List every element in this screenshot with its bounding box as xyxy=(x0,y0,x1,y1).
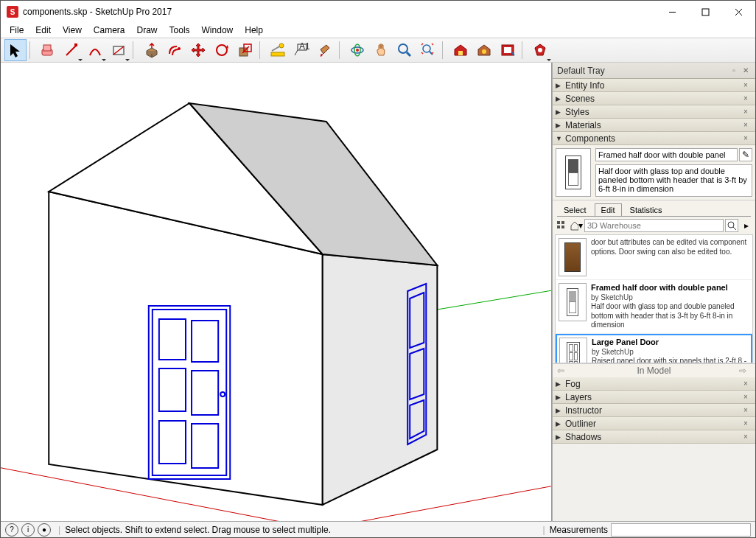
svg-rect-54 xyxy=(557,226,560,228)
line-tool[interactable] xyxy=(60,39,83,61)
menu-file[interactable]: File xyxy=(4,24,29,37)
svg-point-31 xyxy=(538,48,542,52)
zoom-tool[interactable] xyxy=(393,39,416,61)
menu-tools[interactable]: Tools xyxy=(164,24,196,37)
svg-rect-55 xyxy=(561,226,564,228)
paint-tool[interactable] xyxy=(314,39,336,61)
extension-tool[interactable] xyxy=(529,39,551,61)
svg-point-22 xyxy=(356,49,359,52)
svg-point-15 xyxy=(279,43,284,48)
info-icon[interactable]: i xyxy=(21,523,35,537)
pushpull-tool[interactable] xyxy=(140,39,162,61)
statusbar: ? i ● | Select objects. Shift to extend … xyxy=(1,521,755,537)
svg-rect-16 xyxy=(271,52,284,56)
svg-rect-27 xyxy=(458,51,463,55)
panel-materials[interactable]: ▶Materials× xyxy=(553,119,755,132)
edit-name-icon[interactable]: ✎ xyxy=(739,148,752,161)
separator xyxy=(259,41,264,59)
svg-point-23 xyxy=(399,44,407,53)
maximize-button[interactable] xyxy=(689,1,722,23)
toolbar: A1 xyxy=(1,38,755,63)
component-list[interactable]: door but attributes can be edited via co… xyxy=(555,234,753,363)
component-desc-field[interactable]: Half door with glass top and double pane… xyxy=(595,164,752,197)
search-button[interactable] xyxy=(725,219,738,232)
text-tool[interactable]: A1 xyxy=(290,39,312,61)
list-item[interactable]: door but attributes can be edited via co… xyxy=(556,235,752,280)
search-next-icon[interactable]: ▸ xyxy=(740,219,753,232)
svg-point-10 xyxy=(178,47,181,50)
component-thumbnail xyxy=(556,148,591,197)
svg-rect-53 xyxy=(561,221,564,224)
titlebar: S components.skp - SketchUp Pro 2017 xyxy=(1,1,755,23)
rectangle-tool[interactable] xyxy=(108,39,130,61)
warehouse-tool[interactable] xyxy=(449,39,472,61)
svg-point-11 xyxy=(217,45,227,55)
tray: Default Tray ▫ ✕ ▶Entity Info× ▶Scenes× … xyxy=(552,63,755,521)
rotate-tool[interactable] xyxy=(211,39,233,61)
measurements-field[interactable] xyxy=(611,523,751,537)
tab-select[interactable]: Select xyxy=(557,203,593,216)
menu-window[interactable]: Window xyxy=(196,24,239,37)
svg-line-19 xyxy=(295,50,298,55)
measurements-label: Measurements xyxy=(550,525,608,535)
status-hint: Select objects. Shift to extend select. … xyxy=(65,525,538,535)
panel-entity-info[interactable]: ▶Entity Info× xyxy=(553,79,755,92)
help-icon[interactable]: ? xyxy=(5,523,18,537)
close-button[interactable] xyxy=(722,1,755,23)
viewport[interactable] xyxy=(1,63,552,521)
svg-point-56 xyxy=(728,222,734,228)
eraser-tool[interactable] xyxy=(37,39,59,61)
pan-tool[interactable] xyxy=(370,39,392,61)
minimize-button[interactable] xyxy=(656,1,689,23)
menu-view[interactable]: View xyxy=(57,24,88,37)
svg-rect-7 xyxy=(74,43,77,46)
tab-statistics[interactable]: Statistics xyxy=(623,203,669,216)
pin-icon[interactable]: ▫ xyxy=(729,66,739,76)
menu-help[interactable]: Help xyxy=(239,24,269,37)
panel-styles[interactable]: ▶Styles× xyxy=(553,105,755,119)
separator xyxy=(133,41,137,59)
home-icon[interactable]: ▾ xyxy=(570,219,583,232)
panel-components[interactable]: ▼Components× xyxy=(553,132,755,145)
list-item[interactable]: Framed half door with double panel by Sk… xyxy=(556,280,752,334)
nav-label: In Model xyxy=(569,366,739,376)
panel-shadows[interactable]: ▶Shadows× xyxy=(553,430,755,444)
tab-edit[interactable]: Edit xyxy=(595,203,622,217)
panel-instructor[interactable]: ▶Instructor× xyxy=(553,404,755,417)
svg-rect-1 xyxy=(702,9,709,15)
panel-fog[interactable]: ▶Fog× xyxy=(553,377,755,391)
menu-draw[interactable]: Draw xyxy=(131,24,164,37)
tray-title-label: Default Tray xyxy=(557,66,605,76)
component-tabs: Select Edit Statistics xyxy=(553,200,755,216)
window-title: components.skp - SketchUp Pro 2017 xyxy=(23,7,656,17)
separator xyxy=(442,41,447,59)
view-mode-icon[interactable] xyxy=(555,219,568,232)
tape-tool[interactable] xyxy=(267,39,289,61)
extension-warehouse-tool[interactable] xyxy=(473,39,495,61)
svg-line-9 xyxy=(113,46,124,55)
select-tool[interactable] xyxy=(4,39,27,61)
panel-outliner[interactable]: ▶Outliner× xyxy=(553,417,755,430)
arc-tool[interactable] xyxy=(84,39,106,61)
scale-tool[interactable] xyxy=(234,39,256,61)
panel-layers[interactable]: ▶Layers× xyxy=(553,391,755,404)
search-input[interactable] xyxy=(584,219,724,232)
move-tool[interactable] xyxy=(187,39,209,61)
tray-close-icon[interactable]: ✕ xyxy=(741,66,751,76)
menu-edit[interactable]: Edit xyxy=(29,24,57,37)
layout-tool[interactable] xyxy=(497,39,519,61)
panel-scenes[interactable]: ▶Scenes× xyxy=(553,92,755,105)
nav-prev-icon[interactable]: ⇦ xyxy=(557,366,569,376)
component-name-field[interactable] xyxy=(595,148,738,161)
nav-next-icon[interactable]: ⇨ xyxy=(739,366,751,376)
svg-line-24 xyxy=(407,52,410,56)
menu-camera[interactable]: Camera xyxy=(88,24,131,37)
tray-title[interactable]: Default Tray ▫ ✕ xyxy=(553,63,755,79)
list-item-selected[interactable]: Large Panel Door by SketchUp Raised pane… xyxy=(556,334,752,363)
offset-tool[interactable] xyxy=(164,39,186,61)
zoom-extents-tool[interactable] xyxy=(417,39,439,61)
svg-line-6 xyxy=(66,45,77,55)
user-icon[interactable]: ● xyxy=(38,523,51,537)
app-icon: S xyxy=(7,6,18,18)
orbit-tool[interactable] xyxy=(346,39,368,61)
